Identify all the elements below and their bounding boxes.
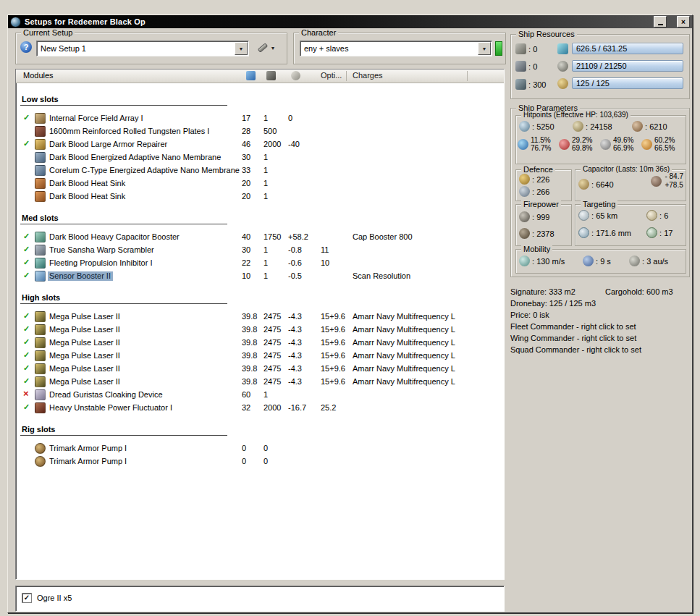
module-name[interactable]: Dark Blood Energized Adaptive Nano Membr… [49, 153, 221, 161]
module-cap-value: -0.8 [288, 245, 302, 254]
targeting-range-value: 65 km [591, 211, 617, 220]
module-active-icon[interactable]: ✓ [23, 113, 32, 122]
drone-name[interactable]: Ogre II x5 [37, 594, 72, 602]
ship-resources-group: Ship Resources 0 0 300 [510, 34, 690, 99]
setup-tools-button[interactable]: ▼ [252, 41, 281, 55]
module-row[interactable]: ✓Fleeting Propulsion Inhibitor I221-0.61… [16, 257, 504, 270]
shield-recharge-icon [519, 186, 530, 197]
module-active-icon[interactable]: ✓ [23, 258, 32, 267]
module-active-icon[interactable]: ✓ [23, 324, 32, 334]
module-row[interactable]: ✓Mega Pulse Laser II39.82475-4.315+9.6Am… [16, 324, 504, 337]
explosive-resist-block: 60.2% 66.5% [641, 136, 683, 152]
module-name[interactable]: Dark Blood Heat Sink [49, 192, 125, 201]
module-active-icon[interactable]: ✓ [23, 232, 32, 241]
module-row[interactable]: Corelum C-Type Energized Adaptive Nano M… [16, 164, 504, 177]
mobility-group: Mobility 130 m/s 9 s 3 au/s [515, 249, 686, 274]
setup-combo-arrow-icon[interactable]: ▼ [235, 42, 248, 55]
module-row[interactable]: ✓Mega Pulse Laser II39.82475-4.315+9.6Am… [16, 376, 504, 389]
character-combo[interactable]: eny + slaves ▼ [300, 41, 492, 56]
module-name[interactable]: Mega Pulse Laser II [49, 351, 120, 360]
module-row[interactable]: ✓Mega Pulse Laser II39.82475-4.315+9.6Am… [16, 337, 504, 350]
module-name[interactable]: Mega Pulse Laser II [49, 338, 120, 347]
module-row[interactable]: ✓Mega Pulse Laser II39.82475-4.315+9.6Am… [16, 311, 504, 324]
app-icon [10, 17, 21, 28]
module-name[interactable]: Trimark Armor Pump I [49, 444, 127, 452]
module-row[interactable]: ✓Dark Blood Large Armor Repairer462000-4… [16, 138, 504, 151]
module-row[interactable]: ✓True Sansha Warp Scrambler301-0.811 [16, 244, 504, 257]
character-combo-arrow-icon[interactable]: ▼ [478, 42, 491, 55]
close-button[interactable]: × [677, 16, 690, 28]
module-name[interactable]: Sensor Booster II [48, 271, 113, 281]
module-name[interactable]: Dark Blood Heavy Capacitor Booster [49, 232, 180, 241]
module-active-icon[interactable]: ✓ [23, 139, 32, 148]
module-row[interactable]: ✓Dark Blood Heavy Capacitor Booster40175… [16, 231, 504, 244]
module-row[interactable]: Dark Blood Heat Sink201 [16, 190, 504, 203]
module-active-icon[interactable]: ✓ [23, 376, 32, 386]
module-name[interactable]: Heavy Unstable Power Fluctuator I [49, 403, 172, 412]
capacitor-amount-value: 6640 [591, 180, 614, 189]
turret-hardpoints-value: 0 [528, 45, 537, 54]
module-name[interactable]: Internal Force Field Array I [49, 114, 143, 122]
slot-section-label: Low slots [22, 95, 59, 104]
fleet-commander-text[interactable]: Fleet Commander - right click to set [510, 322, 690, 334]
module-name[interactable]: Fleeting Propulsion Inhibitor I [49, 258, 152, 267]
pulse-laser-module-icon [35, 311, 46, 322]
module-name[interactable]: Mega Pulse Laser II [49, 325, 120, 334]
module-row[interactable]: Dark Blood Heat Sink201 [16, 177, 504, 190]
module-active-icon[interactable]: ✓ [23, 350, 32, 360]
module-row[interactable]: ×Dread Guristas Cloaking Device601 [16, 389, 504, 402]
module-row[interactable]: ✓Sensor Booster II101-0.5Scan Resolution [16, 270, 504, 283]
setup-combo[interactable]: New Setup 1 ▼ [36, 41, 249, 56]
module-name[interactable]: Corelum C-Type Energized Adaptive Nano M… [49, 166, 240, 174]
module-active-icon[interactable]: ✓ [23, 245, 32, 254]
module-name[interactable]: Trimark Armor Pump I [49, 457, 127, 465]
minimize-button[interactable] [654, 16, 667, 28]
module-charge-value: Scan Resolution [353, 271, 410, 280]
module-offline-icon[interactable]: × [23, 388, 32, 399]
module-row[interactable]: 1600mm Reinforced Rolled Tungsten Plates… [16, 125, 504, 138]
module-name[interactable]: Dread Guristas Cloaking Device [49, 390, 163, 399]
nano-membrane-module-icon [35, 152, 46, 163]
module-opti-value: 25.2 [321, 403, 336, 412]
module-cap-value: -0.6 [288, 258, 302, 267]
module-name[interactable]: Mega Pulse Laser II [49, 312, 120, 321]
signature-text: Signature: 333 m2 [510, 287, 603, 296]
module-row[interactable]: Trimark Armor Pump I00 [16, 455, 504, 468]
launcher-hardpoints-stat: 0 [515, 61, 537, 72]
drone-checkbox[interactable] [22, 593, 32, 603]
module-active-icon[interactable]: ✓ [23, 363, 32, 373]
module-cpu-value: 39.8 [242, 338, 257, 347]
module-active-icon[interactable]: ✓ [23, 311, 32, 321]
drone-row[interactable]: Ogre II x5 [22, 593, 72, 603]
price-text: Price: 0 isk [510, 311, 690, 322]
module-active-icon[interactable]: ✓ [23, 271, 32, 280]
module-row[interactable]: ✓Mega Pulse Laser II39.82475-4.315+9.6Am… [16, 350, 504, 363]
module-cap-value: +58.2 [288, 232, 308, 241]
module-pg-value: 1 [263, 114, 268, 122]
em-resist-block: 11.5% 76.7% [518, 136, 559, 152]
module-row[interactable]: ✓Mega Pulse Laser II39.82475-4.315+9.6Am… [16, 363, 504, 376]
armor-repair-icon [519, 174, 530, 185]
defence-group: Defence 226 266 [515, 169, 572, 201]
module-name[interactable]: Mega Pulse Laser II [49, 364, 120, 373]
module-active-icon[interactable]: ✓ [23, 402, 32, 412]
module-row[interactable]: ✓Internal Force Field Array I1710 [16, 112, 504, 125]
module-row[interactable]: Dark Blood Energized Adaptive Nano Membr… [16, 151, 504, 164]
powergrid-icon [557, 61, 568, 72]
module-opti-value: 15+9.6 [321, 312, 345, 321]
module-cap-value: -4.3 [288, 351, 302, 360]
module-name[interactable]: 1600mm Reinforced Rolled Tungsten Plates… [49, 127, 209, 135]
squad-commander-text[interactable]: Squad Commander - right click to set [510, 345, 690, 357]
module-row[interactable]: Trimark Armor Pump I00 [16, 442, 504, 455]
module-active-icon[interactable]: ✓ [23, 337, 32, 347]
module-name[interactable]: Mega Pulse Laser II [49, 377, 120, 386]
module-name[interactable]: Dark Blood Heat Sink [49, 179, 125, 187]
targeting-group: Targeting 65 km 6 171.6 mm [575, 204, 686, 246]
titlebar[interactable]: Setups for Redeemer Black Op × [8, 15, 692, 28]
module-name[interactable]: True Sansha Warp Scrambler [49, 245, 154, 254]
module-name[interactable]: Dark Blood Large Armor Repairer [49, 140, 167, 148]
wing-commander-text[interactable]: Wing Commander - right click to set [510, 334, 690, 345]
module-cpu-value: 28 [242, 127, 250, 135]
module-row[interactable]: ✓Heavy Unstable Power Fluctuator I322000… [16, 402, 504, 415]
help-icon[interactable]: ? [20, 41, 32, 53]
